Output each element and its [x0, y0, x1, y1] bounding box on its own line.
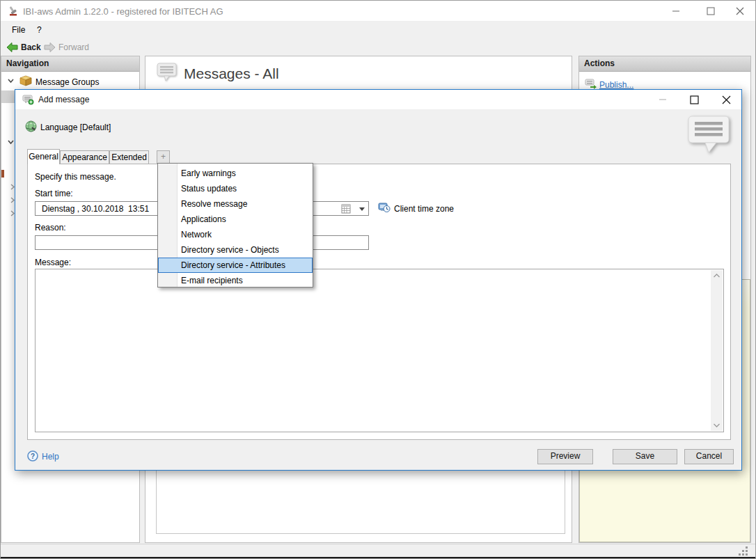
message-textarea[interactable] — [35, 269, 724, 432]
start-time-value: Dienstag , 30.10.2018 13:51 — [42, 204, 149, 214]
menu-item-network[interactable]: Network — [158, 227, 313, 242]
help-link[interactable]: Help — [42, 452, 59, 462]
save-button[interactable]: Save — [613, 449, 677, 464]
add-tab-button[interactable]: + — [157, 150, 170, 164]
menu-item-early-warnings[interactable]: Early warnings — [158, 166, 313, 181]
tab-general[interactable]: General — [27, 149, 60, 164]
scroll-up-icon[interactable] — [713, 273, 720, 278]
menu-item-directory-service-attributes[interactable]: Directory service - Attributes — [158, 258, 313, 273]
back-arrow-icon — [6, 42, 18, 53]
toolbar: Back Forward — [1, 39, 756, 56]
svg-text:?: ? — [31, 452, 35, 460]
window-title: IBI-aws Admin 1.22.0 - registered for IB… — [23, 6, 223, 17]
message-group-dropdown-menu: Early warnings Status updates Resolve me… — [157, 163, 313, 288]
dialog-titlebar: Add message — [15, 90, 741, 109]
app-window: IBI-aws Admin 1.22.0 - registered for IB… — [0, 0, 756, 559]
tree-selected-item-sliver[interactable] — [1, 90, 15, 103]
maximize-icon — [690, 95, 699, 104]
add-message-dialog: Add message Language [Default] — [15, 89, 742, 471]
status-bar — [1, 544, 756, 557]
menu-item-email-recipients[interactable]: E-mail recipients — [158, 273, 313, 288]
menu-file[interactable]: File — [6, 22, 31, 38]
menu-item-applications[interactable]: Applications — [158, 212, 313, 227]
publish-link[interactable]: Publish... — [599, 80, 633, 90]
publish-icon — [585, 79, 597, 89]
tree-icon-sliver — [1, 170, 4, 178]
minimize-icon — [672, 7, 680, 15]
client-time-zone-icon — [378, 202, 391, 213]
add-message-icon — [22, 95, 34, 105]
message-groups-icon — [19, 75, 33, 86]
client-time-zone-label[interactable]: Client time zone — [394, 204, 454, 214]
reason-label: Reason: — [35, 223, 66, 233]
minimize-icon — [659, 95, 667, 104]
start-time-label: Start time: — [35, 189, 73, 198]
language-globe-icon — [25, 120, 37, 132]
dialog-title: Add message — [38, 95, 89, 104]
close-icon — [736, 7, 744, 15]
window-titlebar: IBI-aws Admin 1.22.0 - registered for IB… — [1, 1, 756, 22]
maximize-icon — [707, 7, 715, 15]
dialog-close-button[interactable] — [710, 90, 743, 109]
message-label: Message: — [35, 258, 71, 267]
window-close-button[interactable] — [725, 1, 755, 21]
forward-button[interactable]: Forward — [44, 40, 89, 55]
forward-label: Forward — [58, 42, 89, 52]
calendar-dropdown-button[interactable] — [341, 204, 366, 214]
dialog-minimize-button[interactable] — [647, 90, 679, 109]
chevron-down-icon[interactable] — [7, 139, 15, 145]
preview-button[interactable]: Preview — [537, 449, 593, 464]
menu-item-resolve-message[interactable]: Resolve message — [158, 196, 313, 212]
cancel-button[interactable]: Cancel — [684, 449, 734, 464]
messages-bubble-icon — [157, 63, 178, 82]
tab-extended[interactable]: Extended — [109, 150, 149, 164]
window-minimize-button[interactable] — [661, 1, 691, 21]
scroll-down-icon[interactable] — [713, 423, 720, 428]
dialog-maximize-button[interactable] — [679, 90, 710, 109]
menu-help[interactable]: ? — [31, 22, 47, 38]
back-button[interactable]: Back — [6, 40, 41, 55]
help-icon[interactable]: ? — [27, 450, 38, 462]
forward-arrow-icon — [44, 42, 56, 53]
tab-appearance[interactable]: Appearance — [60, 150, 109, 164]
app-icon — [8, 6, 19, 17]
dialog-watermark-bubble-icon — [686, 115, 733, 154]
calendar-icon — [341, 204, 366, 214]
window-maximize-button[interactable] — [696, 1, 725, 21]
navigation-header: Navigation — [1, 56, 139, 72]
close-icon — [722, 95, 731, 104]
back-label: Back — [21, 42, 41, 52]
language-label[interactable]: Language [Default] — [40, 123, 111, 132]
general-tab-panel: Specify this message. Start time: Dienst… — [27, 164, 731, 440]
page-title: Messages - All — [184, 65, 279, 82]
menu-bar: File ? — [1, 22, 756, 39]
message-scrollbar[interactable] — [711, 270, 723, 431]
chevron-down-icon[interactable] — [7, 77, 15, 84]
actions-header: Actions — [579, 56, 750, 72]
resize-grip[interactable] — [739, 546, 748, 556]
menu-item-status-updates[interactable]: Status updates — [158, 181, 313, 196]
intro-text: Specify this message. — [35, 172, 116, 182]
menu-item-directory-service-objects[interactable]: Directory service - Objects — [158, 242, 313, 258]
tree-item-message-groups[interactable]: Message Groups — [36, 77, 99, 87]
